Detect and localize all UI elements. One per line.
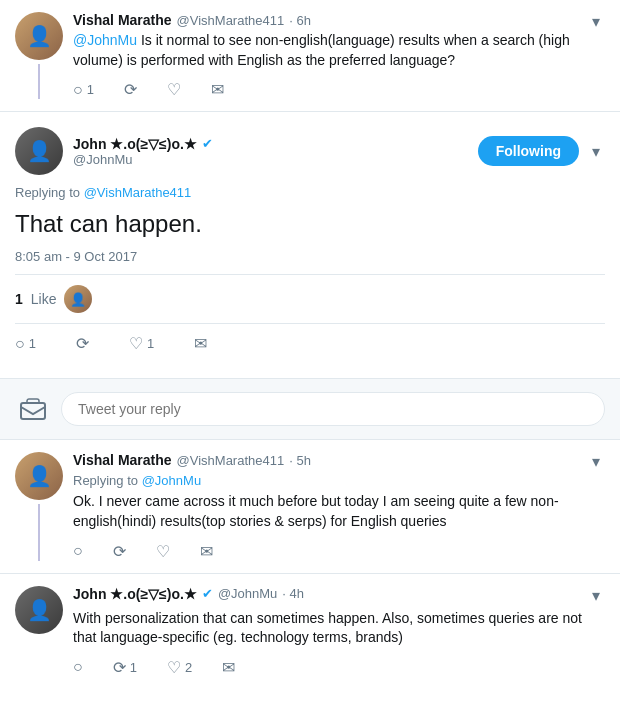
reply-box <box>0 379 620 440</box>
thread-left-2: 👤 <box>15 452 63 560</box>
tweet-2-replying-mention: @JohnMu <box>142 473 201 488</box>
main-tweet-meta: John ★.o(≥▽≤)o.★ ✔ @JohnMu <box>73 136 213 167</box>
dm-action-main[interactable]: ✉ <box>194 334 207 353</box>
tweet-3-text-body: With personalization that can sometimes … <box>73 610 582 646</box>
like-icon-2: ♡ <box>156 542 170 561</box>
svg-rect-0 <box>21 403 45 419</box>
tweet-2-text-body: Ok. I never came across it much before b… <box>73 493 559 529</box>
like-icon-main: ♡ <box>129 334 143 353</box>
dm-action-3[interactable]: ✉ <box>222 658 235 677</box>
liker-avatar: 👤 <box>64 285 92 313</box>
main-tweet-chevron[interactable]: ▾ <box>587 142 605 161</box>
tweet-1-time: · 6h <box>289 13 311 28</box>
dm-icon-main: ✉ <box>194 334 207 353</box>
tweet-1: 👤 Vishal Marathe @VishMarathe411 · 6h ▾ … <box>0 0 620 112</box>
retweet-icon-1: ⟳ <box>124 80 137 99</box>
main-tweet-name-row: John ★.o(≥▽≤)o.★ ✔ <box>73 136 213 152</box>
thread-left-1: 👤 <box>15 12 63 99</box>
retweet-icon-3: ⟳ <box>113 658 126 677</box>
reply-input[interactable] <box>61 392 605 426</box>
thread-line-2 <box>38 504 40 560</box>
tweet-1-name-row: Vishal Marathe @VishMarathe411 · 6h <box>73 12 311 28</box>
thread-left-3: 👤 <box>15 586 63 677</box>
tweet-2-header: Vishal Marathe @VishMarathe411 · 5h ▾ <box>73 452 605 471</box>
reply-count-1: 1 <box>87 82 94 97</box>
tweet-3-actions: ○ ⟳ 1 ♡ 2 ✉ <box>73 658 605 677</box>
like-action-2[interactable]: ♡ <box>156 542 170 561</box>
retweet-icon-2: ⟳ <box>113 542 126 561</box>
retweet-count-3: 1 <box>130 660 137 675</box>
tweet-2-name-row: Vishal Marathe @VishMarathe411 · 5h <box>73 452 311 468</box>
verified-badge: ✔ <box>202 136 213 151</box>
tweet-3-chevron[interactable]: ▾ <box>587 586 605 605</box>
dm-icon-1: ✉ <box>211 80 224 99</box>
following-button[interactable]: Following <box>478 136 579 166</box>
dm-icon-2: ✉ <box>200 542 213 561</box>
retweet-action-2[interactable]: ⟳ <box>113 542 126 561</box>
tweet-1-header: Vishal Marathe @VishMarathe411 · 6h ▾ <box>73 12 605 31</box>
tweet-1-screen-name: @VishMarathe411 <box>177 13 285 28</box>
verified-badge-3: ✔ <box>202 586 213 601</box>
main-tweet-header-left: 👤 John ★.o(≥▽≤)o.★ ✔ @JohnMu <box>15 127 213 175</box>
reply-icon-3: ○ <box>73 658 83 676</box>
tweet-2: 👤 Vishal Marathe @VishMarathe411 · 5h ▾ … <box>0 440 620 573</box>
main-tweet: 👤 John ★.o(≥▽≤)o.★ ✔ @JohnMu Following ▾… <box>0 112 620 379</box>
main-tweet-text: That can happen. <box>15 208 605 239</box>
tweet-2-content: Vishal Marathe @VishMarathe411 · 5h ▾ Re… <box>73 452 605 560</box>
tweet-1-text: @JohnMu Is it normal to see non-english(… <box>73 31 605 70</box>
tweet-2-chevron[interactable]: ▾ <box>587 452 605 471</box>
tweet-2-time: · 5h <box>289 453 311 468</box>
reply-action-1[interactable]: ○ 1 <box>73 81 94 99</box>
main-tweet-header: 👤 John ★.o(≥▽≤)o.★ ✔ @JohnMu Following ▾ <box>15 127 605 175</box>
avatar-vishal-1: 👤 <box>15 12 63 60</box>
reply-box-icon <box>15 391 51 427</box>
reply-action-3[interactable]: ○ <box>73 658 83 676</box>
tweet-2-text: Ok. I never came across it much before b… <box>73 492 605 531</box>
retweet-action-1[interactable]: ⟳ <box>124 80 137 99</box>
main-tweet-screen-name: @JohnMu <box>73 152 213 167</box>
avatar-vishal-2: 👤 <box>15 452 63 500</box>
tweet-1-chevron[interactable]: ▾ <box>587 12 605 31</box>
tweet-2-screen-name: @VishMarathe411 <box>177 453 285 468</box>
tweet-1-actions: ○ 1 ⟳ ♡ ✉ <box>73 80 605 99</box>
like-count-main: 1 <box>147 336 154 351</box>
tweet-3-text: With personalization that can sometimes … <box>73 609 605 648</box>
reply-action-main[interactable]: ○ 1 <box>15 335 36 353</box>
reply-icon-main: ○ <box>15 335 25 353</box>
tweet-3-name-row: John ★.o(≥▽≤)o.★ ✔ @JohnMu · 4h <box>73 586 304 602</box>
main-tweet-right: Following ▾ <box>478 136 605 166</box>
tweet-1-content: Vishal Marathe @VishMarathe411 · 6h ▾ @J… <box>73 12 605 99</box>
dm-action-1[interactable]: ✉ <box>211 80 224 99</box>
main-tweet-actions: ○ 1 ⟳ ♡ 1 ✉ <box>15 324 605 363</box>
reply-icon-1: ○ <box>73 81 83 99</box>
dm-icon-3: ✉ <box>222 658 235 677</box>
tweet-1-display-name: Vishal Marathe <box>73 12 172 28</box>
reply-action-2[interactable]: ○ <box>73 542 83 560</box>
retweet-action-main[interactable]: ⟳ <box>76 334 89 353</box>
replying-to-mention: @VishMarathe411 <box>84 185 192 200</box>
tweet-3: 👤 John ★.o(≥▽≤)o.★ ✔ @JohnMu · 4h ▾ With… <box>0 574 620 689</box>
retweet-icon-main: ⟳ <box>76 334 89 353</box>
main-tweet-display-name: John ★.o(≥▽≤)o.★ <box>73 136 197 152</box>
like-action-1[interactable]: ♡ <box>167 80 181 99</box>
thread-line-1 <box>38 64 40 99</box>
retweet-action-3[interactable]: ⟳ 1 <box>113 658 137 677</box>
like-action-main[interactable]: ♡ 1 <box>129 334 154 353</box>
tweet-3-content: John ★.o(≥▽≤)o.★ ✔ @JohnMu · 4h ▾ With p… <box>73 586 605 677</box>
likes-row: 1 Like 👤 <box>15 275 605 324</box>
tweet-3-header: John ★.o(≥▽≤)o.★ ✔ @JohnMu · 4h ▾ <box>73 586 605 605</box>
avatar-john-main: 👤 <box>15 127 63 175</box>
likes-label: Like <box>31 291 57 307</box>
reply-icon-2: ○ <box>73 542 83 560</box>
replying-to-prefix: Replying to <box>15 185 80 200</box>
tweet-2-display-name: Vishal Marathe <box>73 452 172 468</box>
tweet-3-display-name: John ★.o(≥▽≤)o.★ <box>73 586 197 602</box>
tweet-3-screen-name: @JohnMu <box>218 586 277 601</box>
tweet-2-replying-to: Replying to @JohnMu <box>73 473 605 488</box>
dm-action-2[interactable]: ✉ <box>200 542 213 561</box>
like-action-3[interactable]: ♡ 2 <box>167 658 192 677</box>
like-icon-3: ♡ <box>167 658 181 677</box>
main-tweet-timestamp: 8:05 am - 9 Oct 2017 <box>15 249 605 275</box>
avatar-john-3: 👤 <box>15 586 63 634</box>
tweet-2-replying-prefix: Replying to <box>73 473 138 488</box>
